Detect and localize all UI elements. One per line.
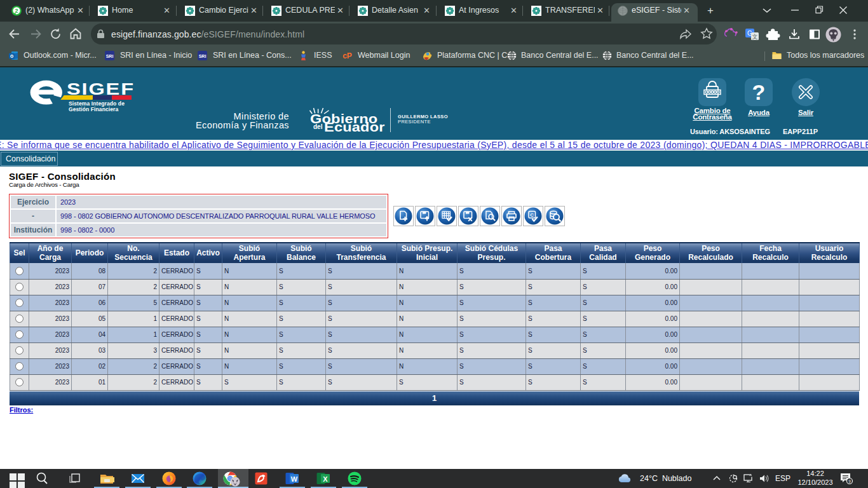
- svg-text:C: C: [530, 212, 534, 218]
- svg-text:2: 2: [15, 8, 18, 14]
- svg-text:9: 9: [848, 479, 851, 484]
- svg-text:SRI: SRI: [106, 54, 114, 58]
- svg-text:W: W: [291, 475, 298, 483]
- svg-text:cP: cP: [342, 51, 352, 60]
- svg-text:o: o: [10, 53, 13, 59]
- svg-text:X: X: [323, 475, 328, 483]
- svg-text:文: 文: [752, 34, 758, 40]
- svg-text:SRI: SRI: [199, 54, 207, 58]
